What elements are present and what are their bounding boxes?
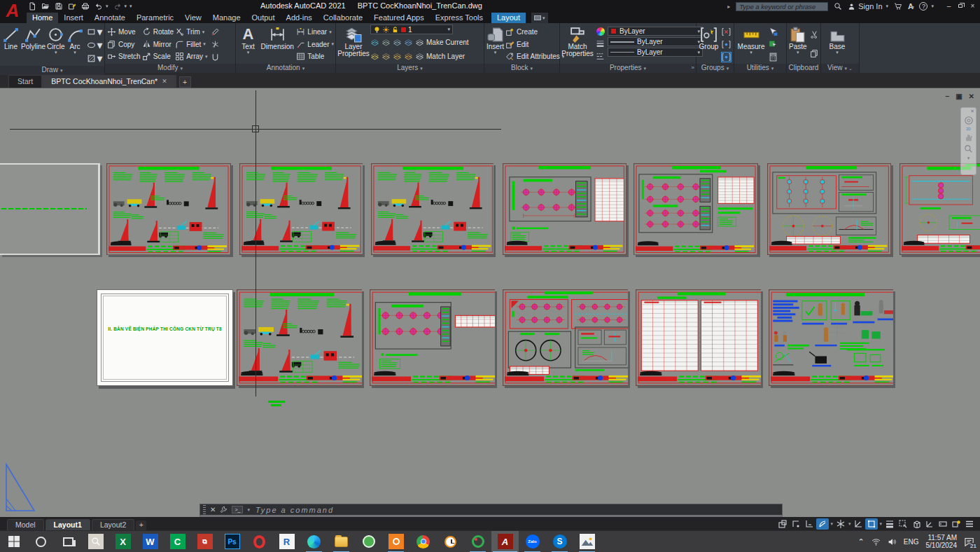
ribbon-tab-annotate[interactable]: Annotate (89, 13, 131, 23)
lineweight-dropdown[interactable]: ByLayer▾ (608, 37, 703, 46)
sign-in-button[interactable]: Sign In (848, 2, 882, 11)
scale-button[interactable]: Scale (142, 50, 174, 62)
undo-icon[interactable] (94, 2, 103, 11)
save-icon[interactable] (55, 2, 63, 11)
restore-button[interactable] (955, 1, 966, 11)
drawing-canvas[interactable]: – ▣ ✕ II. BẢN VẼ BIỆN PHÁP THI CÔNG CKN … (0, 88, 980, 517)
paste-button[interactable]: Paste▾ (789, 25, 807, 64)
layer-vpfreeze-icon[interactable] (382, 52, 391, 61)
id-point-icon[interactable] (769, 27, 778, 36)
taskbar-start-icon[interactable] (0, 531, 27, 552)
properties-expander-icon[interactable]: » (692, 64, 694, 72)
ribbon-tab-parametric[interactable]: Parametric (131, 13, 179, 23)
text-button[interactable]: AText▾ (238, 25, 258, 64)
layer-walk-icon[interactable] (370, 52, 379, 61)
join-button[interactable] (211, 53, 220, 62)
taskbar-connector-app-icon[interactable]: ⧉ (191, 531, 218, 552)
search-collapse-icon[interactable]: ▸ (727, 4, 730, 10)
rectangle-button[interactable]: ▾ (87, 25, 103, 39)
drawing-sheet-row1-2-method[interactable] (239, 163, 363, 255)
quick-select-icon[interactable] (769, 40, 778, 49)
object-color-dropdown[interactable]: ByLayer▾ (608, 27, 703, 36)
osnap-icon[interactable] (865, 518, 878, 530)
layer-off-icon[interactable] (370, 38, 379, 47)
drawing-sheet-row2-3-frames[interactable] (503, 289, 628, 386)
autocad-app-menu[interactable]: A (3, 0, 22, 22)
make-current-button[interactable]: Make Current (415, 36, 469, 48)
array-button[interactable]: Array▾ (175, 50, 207, 62)
layer-isolate-icon[interactable] (382, 38, 391, 47)
trim-button[interactable]: Trim▾ (175, 26, 207, 38)
dynamic-input-icon[interactable] (937, 518, 949, 530)
layout-tab-model[interactable]: Model (7, 519, 44, 530)
taskbar-skype-icon[interactable]: S (546, 531, 573, 552)
panel-layers-label[interactable]: Layers▾ (336, 64, 484, 73)
lineweight-list-icon[interactable] (596, 39, 605, 48)
rotate-button[interactable]: Rotate (142, 26, 174, 38)
recent-commands-caret-icon[interactable]: ▾ (247, 507, 250, 513)
panel-utilities-label[interactable]: Utilities▾ (734, 64, 786, 73)
osnap-caret-icon[interactable]: ▾ (879, 521, 882, 527)
linetype-dropdown[interactable]: ByLayer▾ (608, 48, 703, 57)
insert-button[interactable]: Insert▾ (486, 25, 504, 64)
layout-tab-layout2[interactable]: Layout2 (92, 519, 134, 530)
ribbon-tab-featured-apps[interactable]: Featured Apps (368, 13, 430, 23)
ribbon-tab-layout-contextual[interactable]: Layout (491, 13, 526, 23)
linetype-list-icon[interactable] (596, 52, 605, 61)
drawing-sheet-row2-2-planB[interactable] (370, 289, 495, 386)
taskbar-media-app-icon[interactable] (464, 531, 491, 552)
zoom-extents-icon[interactable] (964, 144, 973, 153)
polar-tracking-icon[interactable] (816, 518, 829, 530)
taskbar-edge-icon[interactable] (300, 531, 328, 552)
ungroup-icon[interactable] (722, 27, 731, 36)
polar-tracking-caret-icon[interactable]: ▾ (830, 521, 833, 527)
taskbar-clock-app-icon[interactable] (437, 531, 464, 552)
taskbar-search-app-icon[interactable] (82, 531, 109, 552)
command-customize-wrench-icon[interactable] (220, 506, 227, 513)
cut-icon[interactable] (810, 30, 819, 39)
drawing-sheet-row2-4-tables[interactable] (636, 289, 761, 386)
drawing-sheet-row2-5-safety[interactable] (769, 289, 893, 386)
clock[interactable]: 11:57 AM 5/10/2024 (926, 534, 958, 549)
volume-icon[interactable] (888, 537, 897, 546)
edit-attributes-button[interactable]: Edit Attributes▾ (505, 50, 564, 62)
layer-dropdown-caret-icon[interactable]: ▾ (447, 27, 450, 32)
navigation-bar[interactable]: ✕ 2D ▾ (960, 107, 976, 175)
erase-button[interactable] (211, 27, 220, 36)
panel-draw-label[interactable]: Draw▾ (0, 66, 104, 75)
match-layer-button[interactable]: Match Layer (415, 50, 465, 62)
arc-button[interactable]: Arc▾ (66, 25, 84, 66)
ellipse-button[interactable]: ▾ (87, 39, 103, 52)
taskbar-opera-icon[interactable] (246, 531, 273, 552)
plot-icon[interactable] (81, 2, 90, 11)
redo-dropdown-icon[interactable]: ▾ (125, 4, 127, 9)
drawing-sheet-row1-1-method[interactable] (106, 163, 231, 255)
dynamic-ucs-icon[interactable] (923, 518, 936, 530)
create-block-button[interactable]: Create (505, 26, 564, 38)
save-as-icon[interactable] (68, 2, 76, 11)
help-icon[interactable]: ? (919, 2, 927, 11)
taskbar-photoshop-icon[interactable]: Ps (218, 531, 246, 552)
sign-in-dropdown-icon[interactable]: ▾ (886, 4, 889, 9)
leader-button[interactable]: Leader▾ (296, 39, 334, 50)
doc-close-icon[interactable]: ✕ (969, 92, 974, 100)
ribbon-tab-express-tools[interactable]: Express Tools (430, 13, 489, 23)
fillet-button[interactable]: Fillet▾ (175, 39, 207, 50)
dimension-button[interactable]: Dimension (260, 25, 295, 64)
help-dropdown-icon[interactable]: ▾ (931, 4, 934, 9)
command-input[interactable] (254, 505, 779, 515)
panel-properties-label[interactable]: Properties▾» (560, 64, 696, 73)
panel-groups-label[interactable]: Groups▾ (696, 64, 734, 73)
linear-button[interactable]: Linear▾ (296, 26, 334, 38)
drawing-sheet-row1-6-rebar[interactable] (767, 163, 891, 255)
measure-button[interactable]: Measure▾ (736, 25, 766, 64)
edit-block-button[interactable]: Edit (505, 39, 564, 50)
command-grip-handle[interactable] (203, 505, 206, 514)
navigation-wheel-icon[interactable] (964, 116, 974, 125)
osnap-tracking-icon[interactable] (852, 518, 864, 530)
color-wheel-icon[interactable] (596, 27, 605, 36)
open-file-icon[interactable] (41, 2, 50, 11)
paper-space-icon[interactable] (776, 518, 789, 530)
table-button[interactable]: Table (296, 50, 334, 62)
polyline-button[interactable]: Polyline (21, 25, 46, 66)
